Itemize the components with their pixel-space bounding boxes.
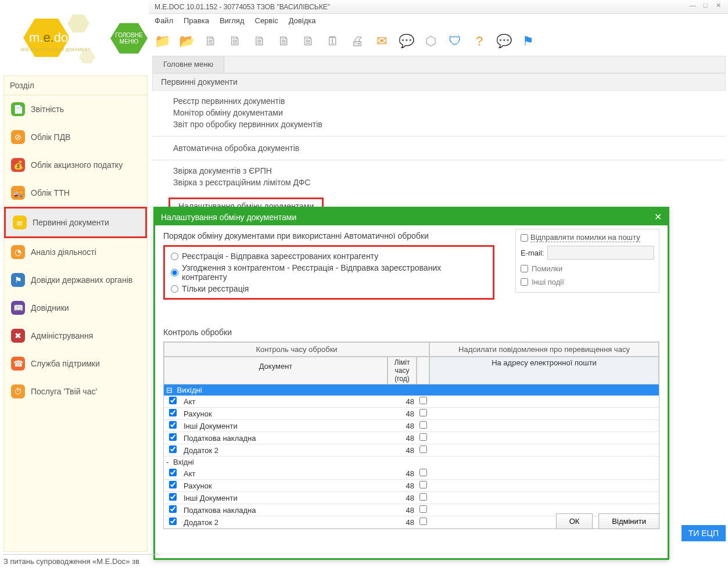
sidebar-item-label: Аналіз діяльності bbox=[31, 247, 96, 257]
row-enable-checkbox[interactable] bbox=[169, 445, 177, 453]
shield-icon[interactable]: 🛡 bbox=[444, 30, 466, 52]
row-send-checkbox[interactable] bbox=[419, 518, 427, 525]
row-limit[interactable]: 48 bbox=[388, 468, 417, 479]
help-icon[interactable]: ? bbox=[468, 30, 490, 52]
row-send-checkbox[interactable] bbox=[419, 493, 427, 501]
menu-edit[interactable]: Правка bbox=[184, 16, 209, 25]
row-send-checkbox[interactable] bbox=[419, 433, 427, 441]
row-limit[interactable]: 48 bbox=[388, 445, 417, 456]
chat-icon[interactable]: 💬 bbox=[395, 30, 417, 52]
content-link[interactable]: Автоматична обробка документів bbox=[173, 142, 726, 154]
row-mail[interactable] bbox=[429, 509, 659, 511]
content-link[interactable]: Реєстр первинних документів bbox=[173, 95, 726, 107]
radio-option-2[interactable]: Тільки реєстрація bbox=[171, 283, 487, 294]
radio-option-0[interactable]: Реєстрація - Відправка зареєстрованих ко… bbox=[171, 250, 487, 262]
chk-errors[interactable]: Помилки bbox=[521, 264, 654, 273]
window-title: M.E.DOC 10.01.152 - 30774053 ТЗОВ "ВАСИЛ… bbox=[155, 3, 330, 11]
sidebar-item-4[interactable]: ≣Первинні документи bbox=[4, 207, 147, 238]
ecp-button[interactable]: ТИ ЕЦП bbox=[682, 525, 726, 541]
sidebar-item-1[interactable]: ⊘Облік ПДВ bbox=[4, 123, 147, 151]
row-limit[interactable]: 48 bbox=[388, 493, 417, 504]
row-send-checkbox[interactable] bbox=[419, 481, 427, 488]
row-limit[interactable]: 48 bbox=[388, 408, 417, 419]
row-enable-checkbox[interactable] bbox=[169, 469, 177, 476]
row-send-checkbox[interactable] bbox=[419, 445, 427, 453]
doc-plus-icon[interactable]: 🗎 bbox=[249, 30, 271, 52]
chk-send-errors[interactable]: Відправляти помилки на пошту bbox=[521, 233, 654, 242]
row-limit[interactable]: 48 bbox=[388, 433, 417, 444]
row-enable-checkbox[interactable] bbox=[169, 409, 177, 416]
expand-icon[interactable]: ⊟ bbox=[166, 386, 173, 394]
grid-group[interactable]: - Вхідні bbox=[164, 457, 659, 468]
sidebar-item-0[interactable]: 📄Звітність bbox=[4, 95, 147, 123]
folder-open-icon[interactable]: 📁 bbox=[151, 30, 173, 52]
row-mail[interactable] bbox=[429, 497, 659, 499]
content-link[interactable]: Монітор обміну документами bbox=[173, 107, 726, 118]
row-send-checkbox[interactable] bbox=[419, 421, 427, 429]
row-enable-checkbox[interactable] bbox=[169, 493, 177, 501]
printer-icon[interactable]: 🖨 bbox=[346, 30, 368, 52]
row-limit[interactable]: 48 bbox=[388, 505, 417, 516]
ok-button[interactable]: ОК bbox=[556, 513, 593, 529]
doc-x-icon[interactable]: 🗎 bbox=[297, 30, 320, 52]
row-send-checkbox[interactable] bbox=[419, 397, 427, 404]
hex-icon[interactable]: ⬡ bbox=[419, 30, 442, 52]
menu-file[interactable]: Файл bbox=[155, 16, 173, 25]
tab-main-menu[interactable]: Головне меню bbox=[153, 56, 224, 73]
sidebar-item-10[interactable]: ⏱Послуга 'Твій час' bbox=[4, 378, 147, 405]
row-send-checkbox[interactable] bbox=[419, 469, 427, 476]
menu-view[interactable]: Вигляд bbox=[220, 16, 245, 25]
row-send-checkbox[interactable] bbox=[419, 505, 427, 513]
maximize-icon[interactable]: □ bbox=[700, 1, 711, 9]
menu-help[interactable]: Довідка bbox=[289, 16, 316, 25]
row-mail[interactable] bbox=[429, 437, 659, 439]
sidebar-item-9[interactable]: ☎Служба підтримки bbox=[4, 350, 147, 378]
row-mail[interactable] bbox=[429, 425, 659, 427]
close-window-icon[interactable]: ✕ bbox=[713, 1, 723, 9]
row-mail[interactable] bbox=[429, 449, 659, 451]
row-enable-checkbox[interactable] bbox=[169, 518, 177, 525]
chat-bubble-icon[interactable]: 💬 bbox=[493, 30, 515, 52]
folder-x-icon[interactable]: 📂 bbox=[175, 30, 198, 52]
doc-check-icon[interactable]: 🗎 bbox=[224, 30, 246, 52]
row-enable-checkbox[interactable] bbox=[169, 505, 177, 513]
flag-icon[interactable]: ⚑ bbox=[517, 30, 539, 52]
content-link[interactable]: Звірка з реєстраційним лімітом ДФС bbox=[173, 177, 726, 188]
row-enable-checkbox[interactable] bbox=[169, 421, 177, 429]
row-send-checkbox[interactable] bbox=[419, 409, 427, 416]
table-row: Акт48 bbox=[164, 468, 659, 480]
sidebar-item-2[interactable]: 💰Облік акцизного податку bbox=[4, 151, 147, 179]
row-mail[interactable] bbox=[429, 472, 659, 475]
sidebar-item-5[interactable]: ◔Аналіз діяльності bbox=[4, 238, 147, 266]
sidebar-item-7[interactable]: 📖Довідники bbox=[4, 294, 147, 322]
calendar-icon[interactable]: 🗓 bbox=[322, 30, 344, 52]
sidebar-item-8[interactable]: ✖Адміністрування bbox=[4, 322, 147, 350]
row-enable-checkbox[interactable] bbox=[169, 481, 177, 488]
row-mail[interactable] bbox=[429, 484, 659, 487]
mail-send-icon[interactable]: ✉ bbox=[371, 30, 393, 52]
sidebar-item-3[interactable]: 🚚Облік ТТН bbox=[4, 179, 147, 207]
dialog-close-icon[interactable]: ✕ bbox=[654, 211, 662, 222]
email-field[interactable] bbox=[547, 246, 654, 260]
row-mail[interactable] bbox=[429, 400, 659, 402]
content-link[interactable]: Звіт про обробку первинних документів bbox=[173, 118, 726, 130]
cancel-button[interactable]: Відмінити bbox=[598, 513, 659, 529]
row-doc-name: Акт bbox=[181, 396, 388, 407]
row-limit[interactable]: 48 bbox=[388, 421, 417, 432]
expand-icon[interactable]: - bbox=[166, 458, 168, 466]
radio-option-1[interactable]: Узгодження з контрагентом - Реєстрація -… bbox=[171, 262, 487, 283]
doc-mail-icon[interactable]: 🗎 bbox=[273, 30, 295, 52]
doc-icon[interactable]: 🗎 bbox=[200, 30, 222, 52]
row-mail[interactable] bbox=[429, 412, 659, 415]
row-limit[interactable]: 48 bbox=[388, 480, 417, 491]
sidebar-item-6[interactable]: ⚑Довідки державних органів bbox=[4, 266, 147, 294]
grid-group[interactable]: ⊟ Вихідні bbox=[164, 384, 659, 396]
menu-service[interactable]: Сервіс bbox=[255, 16, 278, 25]
minimize-icon[interactable]: — bbox=[687, 1, 698, 9]
row-enable-checkbox[interactable] bbox=[169, 433, 177, 441]
row-enable-checkbox[interactable] bbox=[169, 397, 177, 404]
chk-other-events[interactable]: Інші події bbox=[521, 278, 654, 286]
row-limit[interactable]: 48 bbox=[388, 396, 417, 407]
row-limit[interactable]: 48 bbox=[388, 517, 417, 528]
content-link[interactable]: Звірка документів з ЄРПН bbox=[173, 165, 726, 177]
